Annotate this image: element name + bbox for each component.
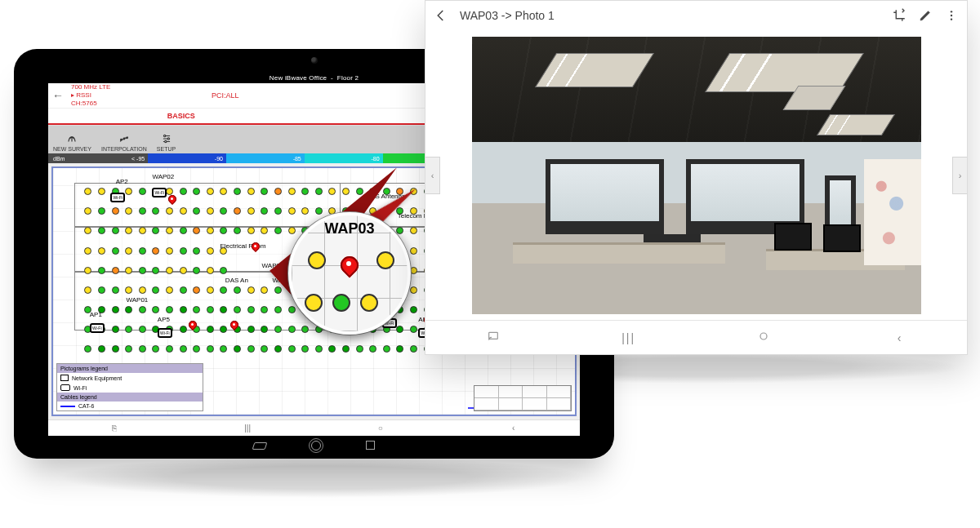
survey-point[interactable] [112, 286, 119, 294]
wap-ap5[interactable] [158, 328, 172, 338]
nav-home-icon[interactable] [697, 330, 832, 345]
survey-point[interactable] [139, 247, 146, 255]
setup-button[interactable]: SETUP [152, 133, 180, 153]
survey-point[interactable] [315, 188, 323, 195]
survey-point[interactable] [410, 286, 417, 294]
survey-point[interactable] [112, 345, 119, 353]
photo-pin[interactable] [189, 321, 197, 329]
survey-point[interactable] [166, 286, 173, 294]
magnifier-callout: WAP03 [288, 212, 411, 335]
survey-point[interactable] [125, 247, 132, 255]
survey-point[interactable] [247, 306, 255, 313]
survey-point[interactable] [180, 207, 187, 215]
wap-ap2[interactable] [110, 193, 125, 202]
tab-basics[interactable]: BASICS [48, 109, 314, 125]
survey-point[interactable] [152, 247, 159, 255]
survey-point[interactable] [207, 267, 214, 274]
survey-point[interactable] [112, 306, 119, 313]
nav-cast-icon[interactable] [425, 330, 561, 345]
survey-point[interactable] [98, 267, 105, 274]
photo-pin[interactable] [252, 242, 260, 251]
survey-point[interactable] [274, 306, 282, 313]
survey-point[interactable] [274, 188, 282, 195]
softkey-recent-icon[interactable] [366, 441, 375, 452]
survey-point[interactable] [166, 247, 173, 255]
survey-point[interactable] [98, 247, 105, 255]
tech-label[interactable]: 700 MHz LTE [71, 83, 110, 91]
more-button[interactable] [944, 8, 959, 23]
survey-point[interactable] [207, 247, 214, 255]
nav-back-icon[interactable]: ‹ [447, 424, 580, 433]
nav-home-icon[interactable]: ○ [314, 424, 448, 433]
survey-point[interactable] [180, 326, 187, 333]
new-survey-button[interactable]: NEW SURVEY [48, 133, 96, 153]
survey-point[interactable] [410, 267, 417, 274]
photo-next-button[interactable]: › [952, 157, 967, 194]
survey-point[interactable] [207, 306, 214, 313]
wap-ap1[interactable] [90, 323, 105, 333]
interp-icon [118, 133, 130, 144]
survey-point[interactable] [247, 188, 255, 195]
nav-recent-icon[interactable]: ||| [181, 424, 314, 433]
svg-point-8 [951, 18, 952, 20]
softkey-back-icon[interactable] [253, 441, 266, 452]
survey-point[interactable] [112, 326, 119, 333]
survey-point[interactable] [234, 286, 241, 294]
site-photo[interactable] [472, 37, 921, 314]
survey-point[interactable] [139, 188, 146, 195]
survey-point[interactable] [247, 326, 255, 333]
floor-name: Floor 2 [337, 74, 359, 82]
nav-cast-icon[interactable]: ⎘ [48, 424, 181, 433]
survey-point[interactable] [112, 247, 119, 255]
survey-point[interactable] [288, 188, 296, 195]
survey-point[interactable] [410, 247, 417, 255]
photo-pin[interactable] [168, 195, 176, 203]
edit-button[interactable] [918, 8, 933, 23]
survey-point[interactable] [193, 267, 200, 274]
survey-point[interactable] [84, 247, 91, 255]
wap-wap02[interactable] [152, 188, 167, 197]
survey-point[interactable] [180, 267, 187, 274]
svg-point-4 [167, 138, 169, 140]
tablet-camera [311, 57, 318, 64]
survey-point[interactable] [274, 286, 282, 294]
survey-point[interactable] [166, 267, 173, 274]
survey-point[interactable] [193, 247, 200, 255]
photo-body: ‹ › [425, 30, 967, 320]
survey-point[interactable] [180, 247, 187, 255]
photo-pin[interactable] [230, 321, 238, 329]
pci-filter[interactable]: PCI:ALL [212, 91, 239, 100]
nav-recent-icon[interactable]: ||| [561, 331, 697, 344]
survey-point[interactable] [288, 207, 296, 215]
survey-point[interactable] [112, 267, 119, 274]
back-button[interactable]: ← [48, 89, 68, 102]
survey-point[interactable] [207, 286, 214, 294]
nav-back-icon[interactable]: ‹ [831, 331, 967, 344]
survey-point[interactable] [180, 306, 187, 313]
softkey-home-icon[interactable] [311, 441, 321, 453]
metric-label[interactable]: RSSI [76, 91, 91, 99]
survey-point[interactable] [112, 207, 119, 215]
survey-point[interactable] [180, 286, 187, 294]
photo-pin-wap03[interactable] [341, 256, 359, 274]
survey-point[interactable] [247, 207, 255, 215]
survey-point[interactable] [139, 306, 146, 313]
legend-stop-3: -80 [305, 153, 383, 163]
channel-label[interactable]: CH:5765 [71, 100, 110, 108]
survey-point[interactable] [125, 267, 132, 274]
crop-rotate-button[interactable] [892, 8, 906, 23]
photo-prev-button[interactable]: ‹ [425, 157, 440, 194]
survey-point[interactable] [180, 188, 187, 195]
survey-point[interactable] [139, 286, 146, 294]
survey-point[interactable] [139, 326, 146, 333]
photo-back-button[interactable] [434, 8, 448, 23]
svg-point-6 [951, 11, 952, 12]
survey-point[interactable] [288, 306, 296, 313]
survey-point[interactable] [288, 326, 296, 333]
survey-point[interactable] [207, 188, 214, 195]
survey-point[interactable] [98, 286, 105, 294]
survey-point[interactable] [288, 345, 296, 353]
survey-point[interactable] [247, 286, 255, 294]
interpolation-button[interactable]: INTERPOLATION [96, 133, 152, 153]
survey-point[interactable] [139, 267, 146, 274]
